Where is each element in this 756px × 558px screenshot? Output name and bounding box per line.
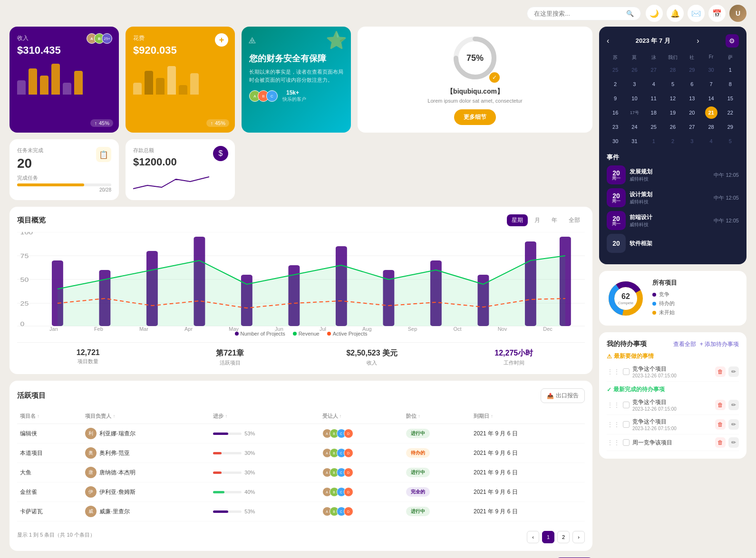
cal-day-1[interactable]: 1	[724, 64, 737, 76]
cal-day-29[interactable]: 29	[724, 121, 737, 133]
checkbox-2[interactable]	[623, 402, 630, 408]
tab-all[interactable]: 全部	[564, 214, 585, 226]
todo-item-4: ⋮⋮ 周一竞争该项目 🗑 ✏	[607, 434, 739, 451]
cal-day-10[interactable]: 10	[628, 92, 640, 105]
cell-status-3: 进行中	[403, 463, 471, 482]
calendar-settings-button[interactable]: ⚙	[726, 34, 739, 48]
cal-day-26-prev[interactable]: 26	[628, 64, 640, 76]
todo-actions[interactable]: 查看全部 + 添加待办事项	[673, 340, 739, 348]
topbar-icons: 🌙 🔔 ✉️ 📅 U	[646, 5, 746, 22]
edit-todo-2[interactable]: ✏	[728, 400, 739, 410]
cal-day-6[interactable]: 6	[686, 78, 698, 90]
top-cards-row: 收入 $310.435 A B 25+ ↑ 45%	[10, 27, 592, 133]
cal-day-4-next[interactable]: 4	[705, 135, 717, 147]
cal-day-25[interactable]: 25	[648, 121, 660, 133]
export-button[interactable]: 📤 出口报告	[541, 388, 585, 403]
cal-day-28-prev[interactable]: 28	[667, 64, 679, 76]
delete-todo-3[interactable]: 🗑	[715, 419, 726, 430]
drag-icon-1[interactable]: ⋮⋮	[607, 368, 620, 375]
delete-todo-1[interactable]: 🗑	[715, 366, 726, 377]
cal-day-31[interactable]: 31	[628, 135, 640, 147]
cal-day-2[interactable]: 2	[609, 78, 621, 90]
event-badge-1: 20 周一	[607, 165, 626, 184]
cal-day-5[interactable]: 5	[667, 78, 679, 90]
edit-todo-1[interactable]: ✏	[728, 366, 739, 377]
next-page-button[interactable]: ›	[572, 531, 585, 543]
cal-day-1-next[interactable]: 1	[648, 135, 660, 147]
cal-day-11[interactable]: 11	[648, 92, 660, 105]
savings-icon: $	[213, 146, 228, 161]
edit-todo-3[interactable]: ✏	[728, 419, 739, 430]
edit-todo-4[interactable]: ✏	[728, 437, 739, 448]
tab-year[interactable]: 年	[547, 214, 562, 226]
prev-page-button[interactable]: ‹	[527, 531, 539, 543]
checkbox-1[interactable]	[623, 368, 630, 375]
manager-avatar-3: 唐	[85, 467, 97, 478]
cal-day-27-prev[interactable]: 27	[648, 64, 660, 76]
add-todo[interactable]: + 添加待办事项	[700, 340, 739, 348]
cal-day-9[interactable]: 9	[609, 92, 621, 105]
view-all-todo[interactable]: 查看全部	[673, 340, 696, 348]
cal-day-3-next[interactable]: 3	[686, 135, 698, 147]
page-2-button[interactable]: 2	[557, 531, 570, 543]
calendar-button[interactable]: 📅	[708, 5, 726, 22]
donut-dot-compete	[652, 293, 656, 297]
cal-day-22[interactable]: 22	[724, 106, 737, 119]
cal-day-18[interactable]: 18	[648, 106, 660, 119]
cal-day-2-next[interactable]: 2	[667, 135, 679, 147]
cal-day-25-prev[interactable]: 25	[609, 64, 621, 76]
dark-mode-button[interactable]: 🌙	[646, 5, 663, 22]
search-input[interactable]	[534, 10, 622, 17]
cal-day-21-today[interactable]: 21	[705, 106, 717, 119]
delete-todo-4[interactable]: 🗑	[715, 437, 726, 448]
cal-day-29-prev[interactable]: 29	[686, 64, 698, 76]
cal-day-17[interactable]: 17号	[628, 106, 640, 119]
detail-button[interactable]: 更多细节	[454, 109, 496, 125]
mail-button[interactable]: ✉️	[688, 5, 705, 22]
promo-sub: 快乐的客户	[282, 96, 306, 103]
cal-day-5-next[interactable]: 5	[724, 135, 737, 147]
avatar-count: 25+	[102, 33, 112, 44]
checkbox-3[interactable]	[623, 421, 630, 428]
legend-dot-projects	[235, 332, 239, 336]
table-row-5: 卡萨诺瓦 威 威廉·里查尔 53% A B C D 进行中	[17, 502, 585, 521]
cal-next-button[interactable]: ›	[697, 37, 699, 45]
cal-day-7[interactable]: 7	[705, 78, 717, 90]
cal-day-30-prev[interactable]: 30	[705, 64, 717, 76]
manager-avatar-5: 威	[85, 506, 97, 517]
notification-button[interactable]: 🔔	[667, 5, 684, 22]
delete-todo-2[interactable]: 🗑	[715, 400, 726, 410]
cal-day-13[interactable]: 13	[686, 92, 698, 105]
checkbox-4[interactable]	[623, 439, 630, 446]
add-expense-button[interactable]: +	[215, 33, 228, 47]
cal-day-14[interactable]: 14	[705, 92, 717, 105]
cal-prev-button[interactable]: ‹	[607, 37, 609, 45]
cal-day-27[interactable]: 27	[686, 121, 698, 133]
page-1-button[interactable]: 1	[542, 531, 554, 543]
tab-month[interactable]: 月	[530, 214, 545, 226]
cal-day-3[interactable]: 3	[628, 78, 640, 90]
manager-avatar-4: 伊	[85, 486, 97, 498]
user-avatar[interactable]: U	[729, 5, 746, 22]
cal-day-23[interactable]: 23	[609, 121, 621, 133]
cal-day-8[interactable]: 8	[724, 78, 737, 90]
drag-icon-3[interactable]: ⋮⋮	[607, 421, 620, 428]
cal-day-26[interactable]: 26	[667, 121, 679, 133]
cal-day-20[interactable]: 20	[686, 106, 698, 119]
tab-week[interactable]: 星期	[507, 214, 528, 226]
cal-day-16[interactable]: 16	[609, 106, 621, 119]
cal-day-15[interactable]: 15	[724, 92, 737, 105]
stat-projects-value: 12,721	[17, 348, 159, 357]
cal-day-19[interactable]: 19	[667, 106, 679, 119]
cal-day-4[interactable]: 4	[648, 78, 660, 90]
cal-day-28[interactable]: 28	[705, 121, 717, 133]
event-day-4: 20	[612, 240, 620, 247]
cal-day-24[interactable]: 24	[628, 121, 640, 133]
drag-icon-4[interactable]: ⋮⋮	[607, 439, 620, 446]
cal-day-30[interactable]: 30	[609, 135, 621, 147]
progress-bar-1	[213, 433, 242, 435]
cal-day-12[interactable]: 12	[667, 92, 679, 105]
search-box[interactable]: 🔍	[527, 7, 641, 20]
drag-icon-2[interactable]: ⋮⋮	[607, 401, 620, 409]
cell-due-5: 2021 年 9 月 6 日	[471, 502, 585, 521]
